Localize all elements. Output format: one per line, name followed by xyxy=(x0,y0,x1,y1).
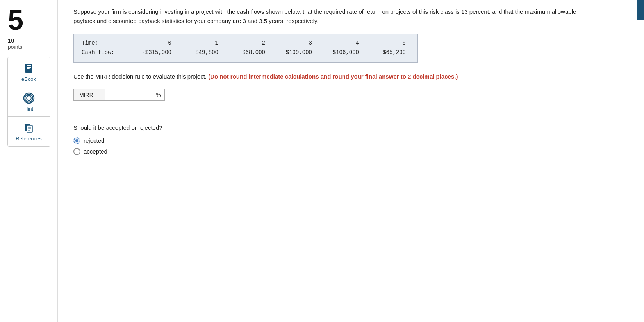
hint-icon xyxy=(23,92,35,104)
ebook-label: eBook xyxy=(21,76,36,82)
cf-flow-label: Cash flow: xyxy=(82,48,128,57)
svg-rect-15 xyxy=(28,130,30,131)
mirr-label: MIRR xyxy=(74,89,105,100)
accept-reject-section: Should it be accepted or rejected? rejec… xyxy=(73,124,621,155)
cf-time-3: 3 xyxy=(269,39,316,48)
radio-rejected[interactable] xyxy=(73,137,80,144)
svg-rect-1 xyxy=(27,65,31,66)
instruction-plain: Use the MIRR decision rule to evaluate t… xyxy=(73,73,207,80)
accept-reject-question: Should it be accepted or rejected? xyxy=(73,124,621,131)
main-content: Suppose your firm is considering investi… xyxy=(58,0,644,322)
cf-values-row: Cash flow: -$315,000 $49,800 $68,000 $10… xyxy=(82,48,410,57)
points-label: points xyxy=(0,44,22,50)
option-accepted[interactable]: accepted xyxy=(73,148,621,155)
sidebar-item-references[interactable]: References xyxy=(8,117,50,146)
svg-rect-14 xyxy=(28,129,31,129)
mirr-percent-symbol: % xyxy=(152,89,164,100)
radio-accepted[interactable] xyxy=(73,148,80,155)
references-icon xyxy=(23,122,35,134)
sidebar-item-hint[interactable]: Hint xyxy=(8,87,50,117)
cf-time-4: 4 xyxy=(316,39,363,48)
option-accepted-label: accepted xyxy=(84,148,107,155)
sidebar-tools: eBook Hint xyxy=(7,57,50,147)
cf-val-4: $106,000 xyxy=(316,48,363,57)
option-rejected[interactable]: rejected xyxy=(73,137,621,144)
cf-time-5: 5 xyxy=(363,39,410,48)
option-rejected-label: rejected xyxy=(84,137,104,144)
cf-time-0: 0 xyxy=(128,39,175,48)
instruction-bold-red: (Do not round intermediate calculations … xyxy=(208,73,458,80)
svg-rect-2 xyxy=(27,67,31,68)
cf-time-1: 1 xyxy=(175,39,222,48)
cf-val-2: $68,000 xyxy=(222,48,269,57)
cash-flow-table: Time: 0 1 2 3 4 5 Cash flow: -$315,000 $… xyxy=(73,34,418,63)
cf-time-2: 2 xyxy=(222,39,269,48)
hint-label: Hint xyxy=(24,106,33,112)
svg-rect-13 xyxy=(28,127,31,128)
cf-time-label: Time: xyxy=(82,39,128,48)
cf-val-3: $109,000 xyxy=(269,48,316,57)
svg-rect-3 xyxy=(27,68,30,69)
book-icon xyxy=(23,62,35,75)
points-value: 10 xyxy=(0,37,14,44)
instruction-text: Use the MIRR decision rule to evaluate t… xyxy=(73,72,621,81)
cf-val-5: $65,200 xyxy=(363,48,410,57)
sidebar: 5 10 points eBook xyxy=(0,0,58,322)
cf-val-0: -$315,000 xyxy=(128,48,175,57)
mirr-input-row: MIRR % xyxy=(73,89,165,101)
references-label: References xyxy=(16,136,41,141)
mirr-input[interactable] xyxy=(105,89,152,100)
question-body: Suppose your firm is considering investi… xyxy=(73,7,581,26)
cf-header-row: Time: 0 1 2 3 4 5 xyxy=(82,39,410,48)
question-number: 5 xyxy=(0,6,23,34)
sidebar-item-ebook[interactable]: eBook xyxy=(8,57,50,87)
cf-val-1: $49,800 xyxy=(175,48,222,57)
